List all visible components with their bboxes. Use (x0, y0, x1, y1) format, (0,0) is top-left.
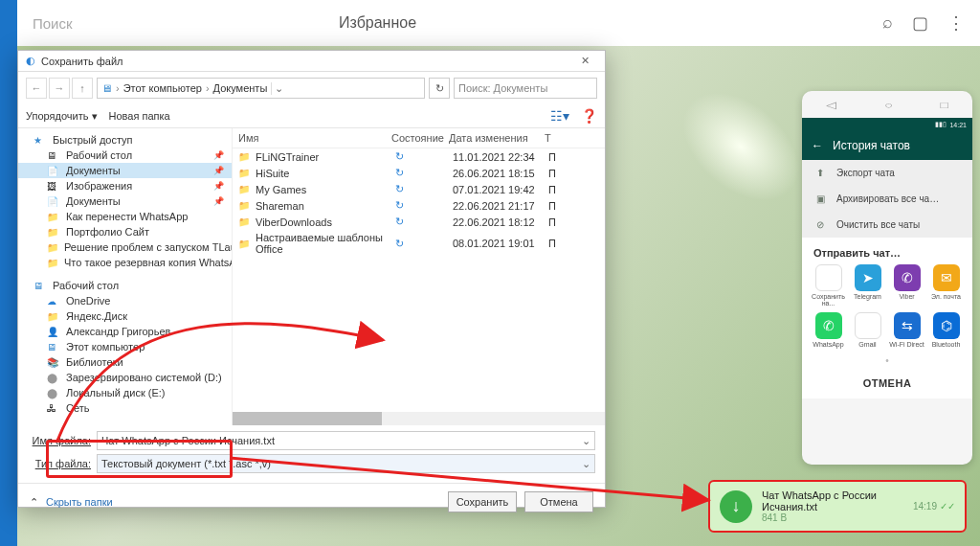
menu-label: Архивировать все ча… (836, 193, 939, 204)
nav-item[interactable]: 🖧Сеть (18, 400, 232, 416)
search-placeholder[interactable]: Поиск (33, 15, 339, 32)
file-header[interactable]: Имя Состояние Дата изменения Т (233, 128, 605, 148)
app-icon: ✆ (815, 312, 842, 339)
file-name: Настраиваемые шаблоны Office (256, 232, 395, 255)
chevron-down-icon[interactable]: ⌄ (582, 435, 590, 447)
download-time: 14:19✓✓ (913, 501, 955, 512)
share-app[interactable]: MGmail (849, 312, 886, 348)
search-input[interactable]: Поиск: Документы (454, 78, 597, 99)
pin-icon: 📌 (213, 181, 224, 191)
expand-icon[interactable]: ⌃ (30, 496, 38, 509)
help-icon[interactable]: ❓ (581, 108, 597, 124)
pin-icon: 📌 (213, 196, 224, 206)
share-app[interactable]: ▲Сохранить на... (810, 264, 847, 307)
nav-item[interactable]: ⬤Зарезервировано системой (D:) (18, 370, 232, 385)
nav-item[interactable]: 📁Как перенести WhatsApp (18, 209, 232, 224)
chevron-down-icon[interactable]: ⌄ (271, 82, 286, 95)
nav-up-button[interactable]: ↑ (72, 78, 93, 99)
refresh-button[interactable]: ↻ (429, 78, 450, 99)
app-label: Bluetooth (927, 341, 965, 348)
nav-item[interactable]: 📁Яндекс.Диск (18, 308, 232, 324)
nav-item[interactable]: 👤Александр Григорьев (18, 324, 232, 339)
app-label: Эл. почта (927, 293, 965, 300)
folder-icon: 📁 (238, 151, 252, 162)
address-bar-row: ← → ↑ 🖥 ›Этот компьютер ›Документы ⌄ ↻ П… (18, 72, 605, 104)
nav-label: Как перенести WhatsApp (66, 211, 188, 222)
share-cancel-button[interactable]: ОТМЕНА (802, 368, 972, 398)
file-row[interactable]: 📁Настраиваемые шаблоны Office↻08.01.2021… (233, 230, 605, 257)
nav-label: Зарезервировано системой (D:) (66, 372, 222, 383)
nav-item[interactable]: ☁OneDrive (18, 293, 232, 308)
file-list-pane[interactable]: Имя Состояние Дата изменения Т 📁FLiNGTra… (233, 128, 605, 425)
dialog-title: Сохранить файл (41, 56, 122, 67)
share-app[interactable]: ➤Telegram (849, 264, 886, 307)
nav-item[interactable]: 📁Что такое резервная копия WhatsApp (18, 255, 232, 270)
file-row[interactable]: 📁FLiNGTrainer↻11.01.2021 22:34П (233, 148, 605, 165)
nav-item[interactable]: ★Быстрый доступ (18, 132, 232, 148)
back-soft[interactable]: ◁ (826, 99, 836, 109)
nav-label: Документы (66, 195, 121, 207)
menu-icon[interactable]: ⋮ (947, 12, 965, 34)
file-row[interactable]: 📁ViberDownloads↻22.06.2021 18:12П (233, 214, 605, 230)
share-app[interactable]: ✆Viber (888, 264, 925, 307)
nav-item[interactable]: 📁Портфолио Сайт (18, 224, 232, 239)
download-bubble[interactable]: ↓ Чат WhatsApp с России Исчания.txt 841 … (708, 480, 967, 533)
app-icon: ▲ (815, 264, 842, 291)
filetype-select[interactable]: Текстовый документ (*.txt *.asc *,v)⌄ (97, 454, 595, 473)
hide-folders-link[interactable]: Скрыть папки (46, 496, 113, 508)
nav-label: OneDrive (66, 295, 110, 307)
nav-item[interactable]: 📄Документы📌 (18, 193, 232, 209)
nav-item[interactable]: 📄Документы📌 (18, 163, 232, 178)
desktop-icon: 🖥 (47, 150, 60, 161)
phone-statusbar: ▮▮▯14:21 (802, 118, 972, 131)
nav-label: Что такое резервная копия WhatsApp (64, 257, 233, 268)
share-app[interactable]: ✉Эл. почта (927, 264, 965, 307)
nav-item[interactable]: 🖼Изображения📌 (18, 178, 232, 193)
phone-menu-item[interactable]: ⊘Очистить все чаты (802, 212, 972, 238)
file-type: П (548, 200, 568, 212)
app-label: Сохранить на... (810, 293, 847, 307)
share-sheet: Отправить чат… ▲Сохранить на...➤Telegram… (802, 238, 972, 398)
favorites-title: Избранное (339, 14, 416, 32)
filename-input[interactable]: Чат WhatsApp с России Исчания.txt⌄ (97, 431, 595, 450)
recent-soft[interactable]: □ (941, 99, 948, 109)
home-soft[interactable]: ○ (884, 99, 892, 109)
nav-pane[interactable]: ★Быстрый доступ🖥Рабочий стол📌📄Документы📌… (18, 128, 233, 425)
share-app[interactable]: ⌬Bluetooth (927, 312, 965, 348)
organize-menu[interactable]: Упорядочить ▾ (26, 110, 98, 123)
phone-menu-item[interactable]: ⬆Экспорт чата (802, 160, 972, 186)
chevron-down-icon[interactable]: ⌄ (582, 458, 590, 470)
save-button[interactable]: Сохранить (448, 491, 517, 512)
file-row[interactable]: 📁HiSuite↻26.06.2021 18:15П (233, 165, 605, 181)
phone-menu-item[interactable]: ▣Архивировать все ча… (802, 186, 972, 212)
nav-item[interactable]: 🖥Этот компьютер (18, 339, 232, 354)
nav-item[interactable]: ⬤Локальный диск (E:) (18, 385, 232, 400)
close-icon[interactable]: ✕ (573, 55, 597, 67)
nav-back-button[interactable]: ← (26, 78, 47, 99)
search-icon[interactable]: ⌕ (882, 12, 893, 34)
share-app[interactable]: ✆WhatsApp (810, 312, 847, 348)
breadcrumb[interactable]: 🖥 ›Этот компьютер ›Документы ⌄ (97, 78, 425, 99)
file-row[interactable]: 📁Shareman↻22.06.2021 21:17П (233, 197, 605, 214)
nav-item[interactable]: 🖥Рабочий стол📌 (18, 148, 232, 163)
new-folder-button[interactable]: Новая папка (109, 110, 170, 122)
file-row[interactable]: 📁My Games↻07.01.2021 19:42П (233, 181, 605, 197)
view-mode-button[interactable]: ☷▾ (550, 108, 569, 124)
sync-icon: ↻ (395, 183, 453, 195)
phone-mock: ◁○□ ▮▮▯14:21 ←История чатов ⬆Экспорт чат… (802, 91, 972, 465)
file-date: 07.01.2021 19:42 (453, 184, 548, 195)
back-arrow-icon[interactable]: ← (812, 139, 823, 152)
nav-label: Библиотеки (66, 356, 123, 368)
nav-label: Решение проблем с запуском TLauncher (64, 241, 233, 253)
pin-icon: 📌 (213, 166, 224, 175)
nav-fwd-button[interactable]: → (49, 78, 70, 99)
share-app[interactable]: ⇆Wi-Fi Direct (888, 312, 925, 348)
nav-item[interactable]: 📁Решение проблем с запуском TLauncher (18, 239, 232, 255)
nav-item[interactable]: 🖥Рабочий стол (18, 278, 232, 293)
nav-item[interactable]: 📚Библиотеки (18, 354, 232, 370)
filename-label: Имя файла: (28, 435, 91, 446)
cancel-button[interactable]: Отмена (524, 491, 593, 512)
panel-icon[interactable]: ▢ (912, 12, 928, 34)
h-scrollbar[interactable] (233, 412, 605, 425)
file-type: П (548, 168, 568, 179)
